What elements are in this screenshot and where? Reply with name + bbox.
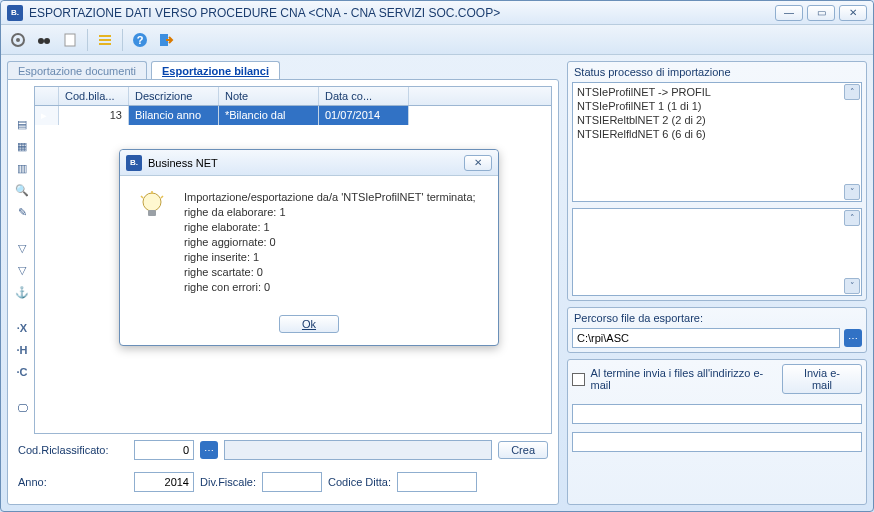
tab-bilanci[interactable]: Esportazione bilanci bbox=[151, 61, 280, 80]
c-icon[interactable]: ·C bbox=[14, 364, 30, 380]
riclass-lookup-button[interactable]: ⋯ bbox=[200, 441, 218, 459]
divfiscale-input[interactable] bbox=[262, 472, 322, 492]
status-listbox[interactable]: ˄ ˅ NTSIeProfilNET -> PROFIL NTSIeProfil… bbox=[572, 82, 862, 202]
cell-cod: 13 bbox=[59, 106, 129, 125]
dialog-title: Business NET bbox=[148, 157, 218, 169]
minimize-button[interactable]: — bbox=[775, 5, 803, 21]
scroll-up-icon[interactable]: ˄ bbox=[844, 84, 860, 100]
svg-text:?: ? bbox=[137, 34, 144, 46]
table-row[interactable]: ▸ 13 Bilancio anno *Bilancio dal 01/07/2… bbox=[35, 106, 551, 125]
scroll-down-icon[interactable]: ˅ bbox=[844, 184, 860, 200]
filter-icon[interactable]: ▽ bbox=[14, 240, 30, 256]
dialog-ok-button[interactable]: Ok bbox=[279, 315, 339, 333]
app-icon: B. bbox=[7, 5, 23, 21]
cell-descr: Bilancio anno bbox=[129, 106, 219, 125]
scroll-down-icon[interactable]: ˅ bbox=[844, 278, 860, 294]
scroll-up-icon[interactable]: ˄ bbox=[844, 210, 860, 226]
x-icon[interactable]: ·X bbox=[14, 320, 30, 336]
message-dialog: B. Business NET ✕ Importazione/esportazi… bbox=[119, 149, 499, 346]
email-checkbox[interactable] bbox=[572, 373, 585, 386]
new-doc-icon[interactable] bbox=[59, 29, 81, 51]
main-window: B. ESPORTAZIONE DATI VERSO PROCEDURE CNA… bbox=[0, 0, 874, 512]
riclass-label: Cod.Riclassificato: bbox=[18, 444, 128, 456]
zoom-icon[interactable]: 🔍 bbox=[14, 182, 30, 198]
status-line: NTSIeProfilNET -> PROFIL bbox=[577, 85, 857, 99]
filter-off-icon[interactable]: ▽ bbox=[14, 262, 30, 278]
divfiscale-label: Div.Fiscale: bbox=[200, 476, 256, 488]
status-line: NTSIeProfilNET 1 (1 di 1) bbox=[577, 99, 857, 113]
exit-icon[interactable] bbox=[155, 29, 177, 51]
tab-strip: Esportazione documenti Esportazione bila… bbox=[7, 61, 559, 80]
list-icon[interactable] bbox=[94, 29, 116, 51]
help-icon[interactable]: ? bbox=[129, 29, 151, 51]
svg-rect-12 bbox=[148, 210, 156, 216]
icon-1[interactable]: ▤ bbox=[14, 116, 30, 132]
path-input[interactable] bbox=[572, 328, 840, 348]
maximize-button[interactable]: ▭ bbox=[807, 5, 835, 21]
window-title: ESPORTAZIONE DATI VERSO PROCEDURE CNA <C… bbox=[29, 6, 500, 20]
lightbulb-icon bbox=[136, 190, 168, 222]
path-group: Percorso file da esportare: ⋯ bbox=[567, 307, 867, 353]
anchor-icon[interactable]: ⚓ bbox=[14, 284, 30, 300]
svg-point-3 bbox=[44, 38, 50, 44]
riclass-desc-input bbox=[224, 440, 492, 460]
status-line: NTSIERelfldNET 6 (6 di 6) bbox=[577, 127, 857, 141]
codiceditta-label: Codice Ditta: bbox=[328, 476, 391, 488]
email-check-label: Al termine invia i files all'indirizzo e… bbox=[591, 367, 776, 391]
cell-note: *Bilancio dal bbox=[219, 106, 319, 125]
email-input-2[interactable] bbox=[572, 432, 862, 452]
brush-icon[interactable]: ✎ bbox=[14, 204, 30, 220]
col-descrizione[interactable]: Descrizione bbox=[129, 87, 219, 105]
svg-rect-4 bbox=[65, 34, 75, 46]
settings-icon[interactable] bbox=[7, 29, 29, 51]
path-title: Percorso file da esportare: bbox=[572, 312, 862, 328]
anno-label: Anno: bbox=[18, 476, 128, 488]
svg-rect-6 bbox=[99, 39, 111, 41]
grid-toolbar: ▤ ▦ ▥ 🔍 ✎ ▽ ▽ ⚓ ·X ·H ·C 🖵 bbox=[14, 86, 34, 434]
email-group: Al termine invia i files all'indirizzo e… bbox=[567, 359, 867, 505]
svg-point-2 bbox=[38, 38, 44, 44]
svg-point-1 bbox=[16, 38, 20, 42]
status-title: Status processo di importazione bbox=[572, 66, 862, 82]
status-listbox-2[interactable]: ˄ ˅ bbox=[572, 208, 862, 296]
col-note[interactable]: Note bbox=[219, 87, 319, 105]
status-group: Status processo di importazione ˄ ˅ NTSI… bbox=[567, 61, 867, 301]
titlebar: B. ESPORTAZIONE DATI VERSO PROCEDURE CNA… bbox=[1, 1, 873, 25]
icon-2[interactable]: ▦ bbox=[14, 138, 30, 154]
send-email-button[interactable]: Invia e-mail bbox=[782, 364, 862, 394]
svg-rect-7 bbox=[99, 43, 111, 45]
binoculars-icon[interactable] bbox=[33, 29, 55, 51]
status-line: NTSIEReltblNET 2 (2 di 2) bbox=[577, 113, 857, 127]
email-input-1[interactable] bbox=[572, 404, 862, 424]
svg-rect-5 bbox=[99, 35, 111, 37]
h-icon[interactable]: ·H bbox=[14, 342, 30, 358]
monitor-icon[interactable]: 🖵 bbox=[14, 400, 30, 416]
col-codbila[interactable]: Cod.bila... bbox=[59, 87, 129, 105]
svg-point-11 bbox=[143, 193, 161, 211]
dialog-message: Importazione/esportazione da/a 'NTSIePro… bbox=[184, 190, 476, 295]
close-button[interactable]: ✕ bbox=[839, 5, 867, 21]
dialog-app-icon: B. bbox=[126, 155, 142, 171]
path-browse-button[interactable]: ⋯ bbox=[844, 329, 862, 347]
col-data[interactable]: Data co... bbox=[319, 87, 409, 105]
riclass-input[interactable] bbox=[134, 440, 194, 460]
anno-input[interactable] bbox=[134, 472, 194, 492]
toolbar: ? bbox=[1, 25, 873, 55]
icon-3[interactable]: ▥ bbox=[14, 160, 30, 176]
dialog-close-button[interactable]: ✕ bbox=[464, 155, 492, 171]
crea-button[interactable]: Crea bbox=[498, 441, 548, 459]
tab-documenti[interactable]: Esportazione documenti bbox=[7, 61, 147, 80]
cell-data: 01/07/2014 bbox=[319, 106, 409, 125]
codiceditta-input[interactable] bbox=[397, 472, 477, 492]
